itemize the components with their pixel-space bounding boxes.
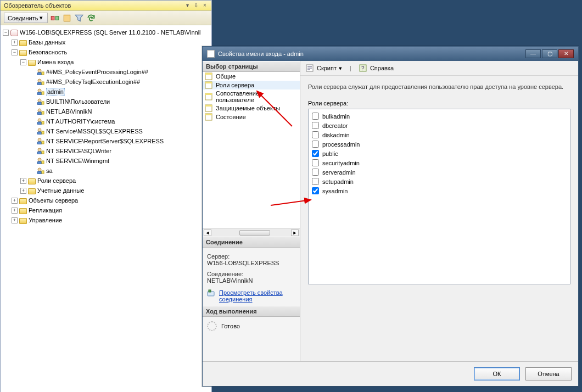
cancel-button[interactable]: Отмена (525, 367, 572, 380)
expand-toggle[interactable]: + (20, 188, 26, 194)
server-node[interactable]: W156-LOB\SQLEXPRESS (SQL Server 11.0.210… (20, 29, 201, 36)
expand-toggle[interactable]: + (20, 178, 26, 184)
login-item[interactable]: NETLAB\VinnikN (46, 108, 92, 115)
page-item[interactable]: Состояние (203, 113, 300, 121)
expand-toggle[interactable]: + (12, 40, 18, 46)
page-item[interactable]: Роли сервера (203, 81, 300, 89)
expand-toggle[interactable]: + (12, 198, 18, 204)
page-list[interactable]: ОбщиеРоли сервераСопоставление пользоват… (203, 72, 300, 237)
page-label: Сопоставление пользователе (216, 90, 298, 103)
page-item[interactable]: Общие (203, 72, 300, 81)
role-checkbox[interactable] (312, 159, 319, 166)
role-checkbox[interactable] (312, 113, 319, 120)
svg-rect-8 (42, 82, 44, 85)
minimize-button[interactable]: — (525, 49, 541, 58)
folder-icon (19, 50, 27, 56)
scroll-left-icon[interactable]: ◄ (204, 229, 211, 236)
management-node[interactable]: Управление (29, 217, 62, 223)
svg-rect-43 (205, 105, 212, 107)
connect-button[interactable]: Соединить▾ (4, 13, 48, 23)
dialog-titlebar[interactable]: Свойства имени входа - admin — ▢ ✕ (203, 47, 578, 61)
page-label: Защищаемые объекты (216, 105, 280, 111)
role-checkbox[interactable] (312, 122, 319, 129)
server-objects-node[interactable]: Объекты сервера (29, 197, 78, 204)
login-item[interactable]: BUILTIN\Пользователи (46, 98, 110, 105)
expand-toggle[interactable]: − (20, 59, 26, 65)
expand-toggle[interactable]: − (3, 30, 9, 36)
role-checkbox[interactable] (312, 169, 319, 176)
login-item[interactable]: NT SERVICE\ReportServer$SQLEXPRESS (46, 138, 164, 144)
server-roles-node[interactable]: Роли сервера (37, 177, 76, 184)
role-checkbox[interactable] (312, 141, 319, 148)
databases-node[interactable]: Базы данных (29, 39, 65, 46)
credentials-node[interactable]: Учетные данные (37, 187, 84, 194)
login-item[interactable]: sa (46, 167, 53, 174)
svg-rect-23 (42, 131, 44, 134)
login-item[interactable]: NT SERVICE\SQLWriter (46, 148, 111, 154)
role-row[interactable]: dbcreator (312, 121, 567, 130)
help-button[interactable]: ? Справка (359, 64, 394, 72)
role-row[interactable]: sysadmin (312, 186, 567, 195)
login-item[interactable]: ##MS_PolicyTsqlExecutionLogin## (46, 79, 140, 85)
logins-node[interactable]: Имена входа (37, 59, 74, 65)
role-checkbox[interactable] (312, 187, 319, 194)
login-item[interactable]: ##MS_PolicyEventProcessingLogin## (46, 69, 148, 75)
role-checkbox[interactable] (312, 131, 319, 138)
folder-icon (19, 40, 27, 46)
object-tree[interactable]: − W156-LOB\SQLEXPRESS (SQL Server 11.0.2… (1, 25, 211, 392)
role-row[interactable]: serveradmin (312, 167, 567, 177)
pin-icon[interactable]: ⇩ (193, 2, 199, 9)
disconnect-icon[interactable] (50, 13, 60, 23)
svg-point-15 (38, 109, 41, 112)
dropdown-icon[interactable]: ▾ (184, 2, 191, 9)
role-row[interactable]: securityadmin (312, 158, 567, 167)
role-row[interactable]: public (312, 149, 567, 158)
page-icon (205, 93, 214, 100)
role-row[interactable]: bulkadmin (312, 111, 567, 121)
svg-rect-13 (37, 102, 42, 105)
server-roles-listbox[interactable]: bulkadmindbcreatordiskadminprocessadminp… (308, 109, 570, 284)
security-node[interactable]: Безопасность (29, 49, 67, 55)
folder-icon (28, 178, 36, 184)
script-button[interactable]: Скрипт ▾ (306, 64, 342, 72)
close-icon[interactable]: × (202, 2, 208, 9)
svg-text:?: ? (361, 65, 365, 71)
login-item[interactable]: NT SERVICE\Winmgmt (46, 158, 109, 164)
scroll-thumb[interactable] (239, 230, 270, 236)
page-item[interactable]: Защищаемые объекты (203, 104, 300, 113)
server-icon (10, 30, 18, 36)
role-checkbox[interactable] (312, 178, 319, 185)
svg-rect-28 (37, 152, 42, 154)
dialog-title: Свойства имени входа - admin (218, 51, 304, 57)
login-item[interactable]: NT Service\MSSQL$SQLEXPRESS (46, 128, 143, 135)
ok-button[interactable]: ОК (474, 367, 520, 380)
role-checkbox[interactable] (312, 150, 319, 157)
role-row[interactable]: setupadmin (312, 177, 567, 186)
expand-toggle[interactable]: − (12, 49, 18, 55)
refresh-icon[interactable] (86, 13, 96, 23)
h-scrollbar[interactable]: ◄ ► (203, 228, 300, 237)
view-connection-props-link[interactable]: Просмотреть свойства соединения (219, 289, 295, 303)
svg-rect-39 (205, 82, 212, 83)
expand-toggle[interactable]: + (12, 208, 18, 214)
explorer-titlebar: Обозреватель объектов ▾ ⇩ × (1, 1, 211, 11)
filter-icon[interactable] (74, 13, 84, 23)
login-item[interactable]: NT AUTHORITY\система (46, 118, 115, 125)
page-item[interactable]: Сопоставление пользователе (203, 89, 300, 104)
role-row[interactable]: diskadmin (312, 130, 567, 139)
stop-icon[interactable] (62, 13, 72, 23)
expand-toggle[interactable]: + (12, 217, 18, 223)
svg-rect-34 (37, 171, 42, 174)
replication-node[interactable]: Репликация (29, 207, 62, 214)
svg-rect-14 (42, 102, 44, 104)
maximize-button[interactable]: ▢ (542, 49, 557, 58)
svg-point-33 (38, 168, 41, 171)
login-item[interactable]: admin (46, 88, 65, 96)
svg-rect-11 (42, 92, 44, 94)
scroll-right-icon[interactable]: ► (291, 229, 299, 236)
svg-point-18 (38, 119, 41, 122)
folder-icon (19, 218, 27, 224)
role-row[interactable]: processadmin (312, 139, 567, 149)
close-button[interactable]: ✕ (558, 49, 574, 58)
svg-rect-1 (55, 16, 59, 20)
